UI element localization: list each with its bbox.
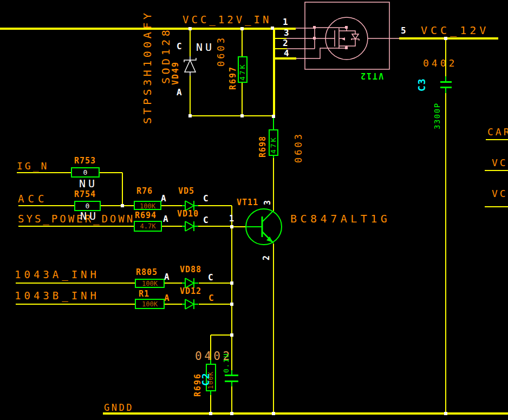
vd12-symbol (182, 299, 198, 309)
vt11-pin1-number: 1 (229, 215, 234, 223)
vd5-anode-marker: A (161, 194, 166, 203)
r698-value: 47K (270, 131, 277, 154)
vd5-cathode-marker: C (203, 194, 209, 203)
vd49-cathode-marker: C (177, 42, 182, 51)
vd49-diode-symbol[interactable] (184, 56, 196, 76)
r754-nu-flag: NU (80, 211, 99, 221)
net-label-vc-lower[interactable]: VC (492, 189, 508, 199)
r694-value: 4.7K (134, 223, 161, 229)
vd49-designator[interactable]: VD49 (172, 52, 180, 85)
c3-package: 0402 (423, 58, 457, 68)
r805-value: 100K (135, 280, 164, 287)
net-label-vcc-12v-in[interactable]: VCC_12V_IN (183, 15, 271, 25)
vt12-pin3-number: 3 (284, 29, 289, 37)
vd12-designator[interactable]: VD12 (180, 287, 201, 296)
vd10-designator[interactable]: VD10 (177, 210, 199, 218)
r698-designator[interactable]: R698 (259, 130, 267, 158)
vd88-cathode-marker: C (208, 273, 213, 282)
c3-symbol (440, 76, 452, 93)
r1-designator[interactable]: R1 (139, 290, 149, 298)
schematic-canvas[interactable]: VCC_12V_IN VCC_12V GNDD IG_N ACC SYS_POW… (0, 0, 508, 420)
vt11-symbol (246, 209, 282, 245)
vt12-pin2-number: 2 (283, 39, 288, 48)
vd10-anode-marker: A (163, 215, 168, 224)
vd88-designator[interactable]: VD88 (180, 266, 201, 274)
vd12-cathode-marker: C (209, 294, 214, 303)
vt11-pin3-number: 3 (264, 193, 272, 205)
vd5-designator[interactable]: VD5 (178, 187, 194, 195)
c2-value: 0.1U (223, 343, 230, 373)
r753-value: 0 (71, 169, 99, 176)
net-label-sys-power-down[interactable]: SYS_POWER_DOWN (18, 214, 135, 224)
vd49-part-number[interactable]: STPS3H100AFY (142, 3, 153, 124)
r753-nu-flag: NU (79, 178, 97, 189)
vd49-package[interactable]: SOD128 (160, 23, 171, 84)
r753-designator[interactable]: R753 (74, 157, 96, 165)
vd88-anode-marker: A (164, 273, 170, 281)
vd12-anode-marker: A (164, 294, 170, 303)
junction-dots (121, 27, 447, 415)
net-label-1043a-inh[interactable]: 1043A_INH (15, 270, 100, 280)
vt12-pin1-number: 1 (283, 18, 288, 27)
vd10-cathode-marker: C (203, 216, 209, 225)
vt12-designator[interactable]: VT12 (360, 71, 383, 80)
r76-value: 100K (134, 203, 161, 209)
vd49-nu-flag: NU (196, 42, 214, 52)
net-label-gnd[interactable]: GNDD (104, 403, 134, 412)
c3-designator[interactable]: C3 (417, 74, 427, 91)
vt12-mosfet-symbol[interactable] (286, 2, 400, 69)
net-label-ig-n[interactable]: IG_N (17, 161, 49, 171)
vd49-anode-marker: A (177, 88, 182, 97)
vt12-pin4-number: 4 (284, 49, 289, 58)
vt11-pin2-number: 2 (263, 247, 271, 260)
r754-designator[interactable]: R754 (74, 191, 96, 199)
net-label-car[interactable]: CAR (487, 127, 508, 137)
r697-package: 0603 (217, 21, 226, 67)
r698-package: 0603 (294, 123, 303, 163)
r697-value: 47K (239, 58, 246, 81)
vt11-designator[interactable]: VT11 (237, 199, 258, 207)
vd10-symbol (182, 221, 198, 231)
r754-value: 0 (75, 202, 100, 209)
net-label-vc-upper[interactable]: VC (492, 158, 508, 168)
r697-designator[interactable]: R697 (229, 56, 237, 90)
r76-designator[interactable]: R76 (136, 187, 153, 195)
vt12-pin5-number: 5 (401, 27, 406, 35)
c2-designator[interactable]: C2 (201, 365, 211, 386)
c3-value: 3300P (433, 90, 441, 129)
r1-value: 100K (135, 301, 164, 307)
net-label-acc[interactable]: ACC (18, 194, 48, 204)
vt11-part-number[interactable]: BC847ALT1G (290, 213, 390, 224)
net-label-1043b-inh[interactable]: 1043B_INH (15, 291, 100, 301)
net-label-vcc-12v[interactable]: VCC_12V (421, 25, 489, 36)
r805-designator[interactable]: R805 (136, 268, 158, 277)
r694-designator[interactable]: R694 (135, 212, 157, 220)
